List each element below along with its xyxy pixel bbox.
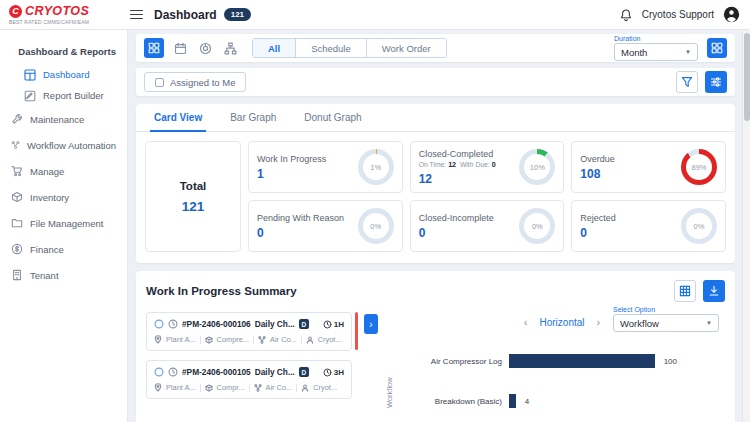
- sidebar-item-workflow-automation[interactable]: Workflow Automation: [0, 132, 127, 158]
- stat-value: 0: [257, 226, 344, 240]
- donut-view-icon[interactable]: [196, 39, 214, 57]
- stat-card-work-in-progress[interactable]: Work In Progress 1 1%: [248, 141, 403, 193]
- wip-summary-panel: Work In Progress Summary: [136, 271, 735, 422]
- workflow-branch-icon: [258, 336, 266, 344]
- workflow-select[interactable]: Workflow ▼: [613, 314, 719, 332]
- location-pin-icon: [154, 335, 162, 344]
- duration-select[interactable]: Month ▼: [614, 43, 698, 61]
- filter-segmented-control: All Schedule Work Order: [252, 38, 447, 58]
- bar-chart: Air Compressor Log 100 Breakdown (Basic)…: [399, 354, 725, 408]
- sidebar-item-tenant[interactable]: Tenant: [0, 262, 127, 288]
- sidebar-item-report-builder[interactable]: Report Builder: [0, 85, 127, 106]
- scrollbar-thumb[interactable]: [744, 33, 750, 121]
- summary-panel: Card View Bar Graph Donut Graph Total 12…: [136, 104, 735, 263]
- workflow-branch-icon: [254, 384, 262, 392]
- filter-funnel-button[interactable]: [676, 71, 698, 93]
- team-value: Cryot...: [318, 335, 342, 344]
- settings-sliders-button[interactable]: [705, 71, 727, 93]
- filter-tab-work-order[interactable]: Work Order: [367, 39, 446, 57]
- duration-value: 3H: [323, 368, 344, 377]
- sidebar-item-maintenance[interactable]: Maintenance: [0, 106, 127, 132]
- total-card[interactable]: Total 121: [145, 141, 241, 252]
- stat-label: Overdue: [580, 154, 615, 164]
- stat-donut: 0%: [681, 208, 717, 244]
- work-order-list: #PM-2406-000106 Daily Ch... D 1H Plant A…: [146, 312, 352, 399]
- apps-grid-button[interactable]: [707, 38, 727, 58]
- stat-card-closed-incomplete[interactable]: Closed-Incomplete 0 0%: [410, 200, 565, 252]
- calendar-view-icon[interactable]: [171, 39, 189, 57]
- download-icon: [708, 285, 720, 297]
- tab-card-view[interactable]: Card View: [140, 104, 216, 131]
- location-value: Plant A...: [166, 335, 196, 344]
- bar-row: Air Compressor Log 100: [413, 354, 725, 368]
- duration-select-group: Duration Month ▼: [614, 35, 698, 61]
- sidebar-item-file-management[interactable]: File Management: [0, 210, 127, 236]
- notifications-bell-icon[interactable]: [619, 8, 633, 22]
- building-icon: [11, 269, 23, 281]
- sidebar-item-label: Inventory: [30, 192, 69, 203]
- user-avatar[interactable]: [723, 6, 740, 23]
- filter-tab-schedule[interactable]: Schedule: [296, 39, 367, 57]
- download-button[interactable]: [703, 280, 725, 302]
- team-value: Cryot...: [313, 383, 337, 392]
- clock-icon: [168, 319, 178, 329]
- folder-icon: [11, 217, 23, 229]
- status-circle-icon: [154, 367, 164, 377]
- stat-card-overdue[interactable]: Overdue 108 89%: [571, 141, 726, 193]
- checkbox-icon: [155, 78, 164, 87]
- filter-tab-all[interactable]: All: [253, 39, 296, 57]
- clock-icon: [323, 368, 332, 377]
- logo[interactable]: C CRYOTOS BEST RATED CMMS/CAFM/EAM: [0, 4, 128, 25]
- work-order-card[interactable]: #PM-2406-000106 Daily Ch... D 1H Plant A…: [146, 312, 352, 351]
- stat-value: 1: [257, 167, 326, 181]
- stat-card-pending-with-reason[interactable]: Pending With Reason 0 0%: [248, 200, 403, 252]
- wip-chart: ‹ Horizontal › Select Option Workflow ▼ …: [383, 312, 725, 422]
- bar-fill: [509, 354, 655, 368]
- list-scrollbar[interactable]: [355, 312, 358, 350]
- card-view-toggle-button[interactable]: [144, 38, 164, 58]
- user-icon: [301, 384, 309, 392]
- chevron-left-icon[interactable]: ‹: [524, 317, 528, 328]
- stat-donut: 1%: [358, 149, 394, 185]
- stat-card-rejected[interactable]: Rejected 0 0%: [571, 200, 726, 252]
- workflow-value: Air Co...: [266, 383, 293, 392]
- sidebar-item-manage[interactable]: Manage: [0, 158, 127, 184]
- daily-badge: D: [299, 319, 309, 329]
- view-toolbar: All Schedule Work Order Duration Month ▼: [136, 34, 735, 62]
- sliders-icon: [710, 76, 722, 88]
- logo-icon: C: [9, 5, 22, 18]
- tab-bar-graph[interactable]: Bar Graph: [216, 104, 290, 131]
- location-pin-icon: [154, 383, 162, 392]
- work-order-card[interactable]: #PM-2406-000105 Daily Ch... D 3H Plant A…: [146, 360, 352, 399]
- workflow-view-icon[interactable]: [221, 39, 239, 57]
- divider: [200, 384, 201, 392]
- tab-donut-graph[interactable]: Donut Graph: [290, 104, 375, 131]
- assigned-to-me-checkbox[interactable]: Assigned to Me: [144, 72, 246, 92]
- sidebar-item-finance[interactable]: Finance: [0, 236, 127, 262]
- chevron-down-icon: ▼: [685, 49, 691, 55]
- stat-card-closed-completed[interactable]: Closed-Completed On Time: 12 With Due: 0…: [410, 141, 565, 193]
- workflow-icon: [11, 139, 20, 151]
- asset-value: Compr...: [217, 383, 245, 392]
- sidebar: Dashboard & Reports Dashboard Report Bui…: [0, 30, 128, 422]
- sidebar-item-label: File Management: [30, 218, 103, 229]
- record-count-badge: 121: [224, 8, 251, 21]
- total-value: 121: [182, 199, 205, 214]
- sidebar-item-dashboard-reports[interactable]: Dashboard & Reports: [0, 38, 127, 64]
- divider: [200, 336, 201, 344]
- menu-toggle-icon[interactable]: [130, 10, 143, 20]
- table-view-button[interactable]: [674, 280, 696, 302]
- stat-value: 108: [580, 167, 615, 181]
- sidebar-item-label: Finance: [30, 244, 64, 255]
- chevron-right-icon[interactable]: ›: [597, 317, 601, 328]
- finance-icon: [11, 243, 23, 255]
- support-link[interactable]: Cryotos Support: [642, 9, 714, 20]
- divider: [249, 384, 250, 392]
- duration-label: Duration: [614, 35, 698, 42]
- sidebar-item-dashboard[interactable]: Dashboard: [0, 64, 127, 85]
- sidebar-item-inventory[interactable]: Inventory: [0, 184, 127, 210]
- chevron-right-expander[interactable]: ›: [364, 314, 378, 334]
- bar-category-label: Air Compressor Log: [413, 357, 509, 366]
- sidebar-item-label: Tenant: [30, 270, 59, 281]
- stat-donut: 10%: [519, 149, 555, 185]
